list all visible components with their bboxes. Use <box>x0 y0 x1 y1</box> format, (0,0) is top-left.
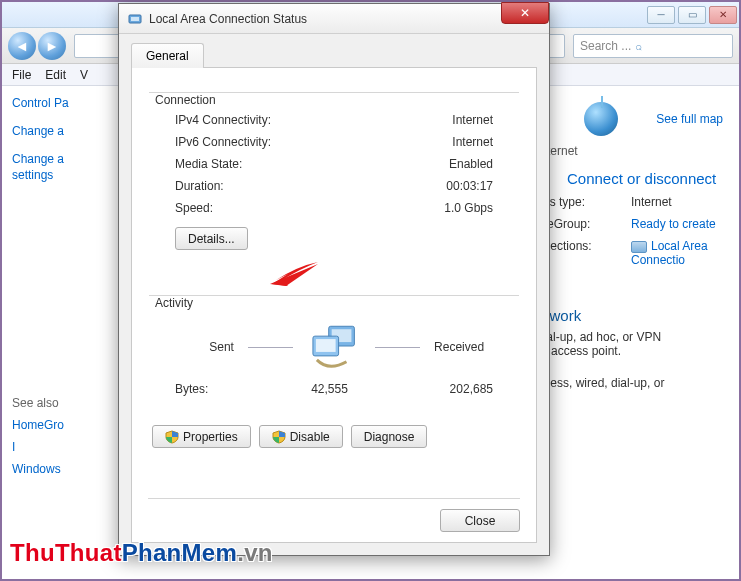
duration-label: Duration: <box>175 179 224 193</box>
connection-legend: Connection <box>155 93 222 107</box>
adapter-icon <box>631 241 647 253</box>
search-icon: ⌕ <box>635 40 642 52</box>
speed-value: 1.0 Gbps <box>444 201 493 215</box>
search-input[interactable]: Search ... ⌕ <box>573 34 733 58</box>
diagnose-button[interactable]: Diagnose <box>351 425 428 448</box>
activity-group: Activity Sent Received Bytes: <box>148 285 520 413</box>
media-label: Media State: <box>175 157 242 171</box>
access-type-value: Internet <box>631 195 723 209</box>
tabstrip: General <box>131 42 537 68</box>
network-text1: dial-up, ad hoc, or VPN <box>537 330 723 344</box>
computers-icon <box>307 324 360 370</box>
speed-label: Speed: <box>175 201 213 215</box>
tab-panel: Connection IPv4 Connectivity:Internet IP… <box>131 68 537 543</box>
search-placeholder: Search ... <box>580 39 631 53</box>
menu-edit[interactable]: Edit <box>45 68 66 82</box>
network-text2: or access point. <box>537 344 723 358</box>
sidebar-change-advanced[interactable]: Change a <box>12 152 117 166</box>
disable-button[interactable]: Disable <box>259 425 343 448</box>
bytes-label: Bytes: <box>175 382 275 396</box>
see-also-internet[interactable]: I <box>12 440 117 454</box>
sidebar-change-adapter[interactable]: Change a <box>12 124 117 138</box>
see-full-map-link[interactable]: See full map <box>656 112 723 126</box>
dialog-footer: Close <box>148 498 520 532</box>
connect-disconnect-link[interactable]: Connect or disconnect <box>567 170 716 187</box>
received-label: Received <box>434 340 513 354</box>
activity-legend: Activity <box>155 296 199 310</box>
menu-view[interactable]: V <box>80 68 88 82</box>
watermark-p3: .vn <box>237 539 273 566</box>
ipv4-label: IPv4 Connectivity: <box>175 113 271 127</box>
ipv6-value: Internet <box>452 135 493 149</box>
back-button[interactable]: ◄ <box>8 32 36 60</box>
watermark-p1: ThuThuat <box>10 539 122 566</box>
bytes-sent: 42,555 <box>275 382 384 396</box>
details-button[interactable]: Details... <box>175 227 248 250</box>
dialog-close-button[interactable]: ✕ <box>501 2 549 24</box>
properties-button[interactable]: Properties <box>152 425 251 448</box>
forward-button[interactable]: ► <box>38 32 66 60</box>
see-also-homegroup[interactable]: HomeGro <box>12 418 117 432</box>
action-buttons: Properties Disable Diagnose <box>148 425 520 448</box>
dialog-title: Local Area Connection Status <box>149 12 307 26</box>
divider <box>248 347 293 348</box>
adapter-icon <box>127 11 143 27</box>
dialog-titlebar: Local Area Connection Status ✕ <box>119 4 549 34</box>
sidebar-control-panel[interactable]: Control Pa <box>12 96 117 110</box>
divider <box>375 347 420 348</box>
internet-label: Internet <box>537 144 723 158</box>
connection-group: Connection IPv4 Connectivity:Internet IP… <box>148 82 520 263</box>
svg-rect-1 <box>131 17 139 21</box>
internet-globe-icon <box>584 102 618 136</box>
watermark: ThuThuatPhanMem.vn <box>10 539 273 567</box>
see-also-heading: See also <box>12 396 117 410</box>
svg-rect-5 <box>316 339 336 352</box>
minimize-button[interactable]: ─ <box>647 6 675 24</box>
sent-label: Sent <box>155 340 234 354</box>
see-also-windows[interactable]: Windows <box>12 462 117 476</box>
maximize-button[interactable]: ▭ <box>678 6 706 24</box>
homegroup-value[interactable]: Ready to create <box>631 217 723 231</box>
media-value: Enabled <box>449 157 493 171</box>
duration-value: 00:03:17 <box>446 179 493 193</box>
menu-file[interactable]: File <box>12 68 31 82</box>
close-button[interactable]: ✕ <box>709 6 737 24</box>
properties-label: Properties <box>183 430 238 444</box>
ipv6-label: IPv6 Connectivity: <box>175 135 271 149</box>
network-text3: reless, wired, dial-up, or <box>537 376 723 390</box>
bytes-received: 202,685 <box>384 382 493 396</box>
sidebar: Control Pa Change a Change a settings Se… <box>2 86 117 579</box>
close-button[interactable]: Close <box>440 509 520 532</box>
shield-icon <box>165 430 179 444</box>
tab-general[interactable]: General <box>131 43 204 68</box>
network-heading: etwork <box>537 307 723 324</box>
sidebar-settings[interactable]: settings <box>12 168 117 182</box>
shield-icon <box>272 430 286 444</box>
watermark-p2: PhanMem <box>122 539 237 566</box>
ipv4-value: Internet <box>452 113 493 127</box>
status-dialog: Local Area Connection Status ✕ General C… <box>118 3 550 556</box>
disable-label: Disable <box>290 430 330 444</box>
